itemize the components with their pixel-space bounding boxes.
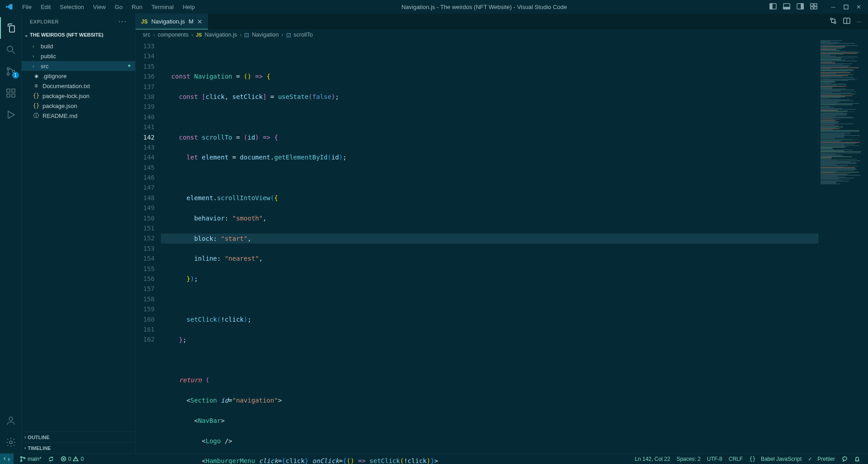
minimap[interactable] [818,40,868,453]
tab-navigation-js[interactable]: JS Navigation.js M ✕ [136,14,208,29]
breadcrumb-components[interactable]: components [158,32,189,38]
folder-public[interactable]: ›public [22,51,135,61]
svg-rect-3 [783,7,790,9]
file-documentation[interactable]: ≡Documentation.txt [22,81,135,91]
sidebar-title-label: EXPLORER [30,19,59,24]
js-file-icon: JS [141,19,148,25]
svg-point-14 [7,73,9,75]
menu-go[interactable]: Go [111,2,127,12]
svg-rect-8 [811,7,813,9]
more-actions-icon[interactable]: ··· [857,18,862,25]
symbol-icon: ⊡ [244,32,249,38]
split-editor-icon[interactable] [843,18,850,25]
breadcrumb-file[interactable]: Navigation.js [205,32,237,38]
json-file-icon: {} [33,103,40,109]
vscode-logo-icon [4,1,14,12]
close-icon[interactable]: ✕ [855,4,862,10]
problems[interactable]: 0 0 [57,456,87,462]
svg-rect-17 [7,94,10,97]
run-debug-icon[interactable] [0,104,22,126]
file-packagelock[interactable]: {}package-lock.json [22,91,135,101]
menu-run[interactable]: Run [127,2,146,12]
customize-layout-icon[interactable] [810,3,817,11]
sidebar-title: EXPLORER ··· [22,14,135,29]
chevron-right-icon: › [153,32,155,38]
tab-bar: JS Navigation.js M ✕ ··· [136,14,868,29]
editor-group: JS Navigation.js M ✕ ··· src › component… [136,14,868,453]
bell-icon[interactable] [851,456,863,462]
source-control-icon[interactable]: 1 [0,61,22,82]
svg-point-11 [7,46,13,52]
svg-point-22 [830,18,832,20]
svg-rect-9 [814,7,817,9]
project-header[interactable]: ⌄ THE WEIRDOS (NFT WEBSITE) [22,29,135,40]
breadcrumb-scrollto[interactable]: scrollTo [294,32,313,38]
chevron-right-icon: › [240,32,241,38]
account-icon[interactable] [0,410,22,431]
timeline-section[interactable]: ›TIMELINE [22,442,135,453]
breadcrumb-src[interactable]: src [143,32,151,38]
svg-rect-6 [811,4,813,6]
project-name: THE WEIRDOS (NFT WEBSITE) [30,32,104,37]
menu-view[interactable]: View [89,2,110,12]
js-file-icon: JS [196,32,202,37]
svg-rect-1 [770,4,772,9]
json-file-icon: {} [33,93,40,99]
breadcrumb-navigation[interactable]: Navigation [252,32,278,38]
folder-src[interactable]: ›src• [22,61,135,71]
text-file-icon: ≡ [33,83,40,89]
symbol-icon: ⊡ [286,32,291,38]
git-file-icon: ◈ [33,73,40,79]
sidebar-more-icon[interactable]: ··· [118,18,127,26]
feedback-icon[interactable] [838,456,851,462]
file-readme[interactable]: ⓘREADME.md [22,111,135,121]
file-tree: ›build ›public ›src• ◈.gitignore ≡Docume… [22,40,135,122]
chevron-right-icon: › [191,32,193,38]
svg-point-13 [7,68,9,70]
svg-rect-16 [7,89,10,92]
chevron-right-icon: › [281,32,283,38]
extensions-icon[interactable] [0,82,22,104]
editor-body[interactable]: 1331341351361371381391401411421431441451… [136,40,868,453]
file-packagejson[interactable]: {}package.json [22,101,135,111]
settings-gear-icon[interactable] [0,431,22,453]
svg-rect-19 [12,89,15,92]
file-gitignore[interactable]: ◈.gitignore [22,71,135,81]
svg-rect-10 [844,5,848,9]
toggle-panel-left-icon[interactable] [769,3,777,11]
info-file-icon: ⓘ [33,112,40,120]
chevron-down-icon: ⌄ [24,33,28,37]
svg-rect-5 [801,4,803,9]
line-number-gutter: 1331341351361371381391401411421431441451… [136,40,161,453]
svg-point-28 [24,457,25,459]
titlebar: File Edit Selection View Go Run Terminal… [0,0,868,14]
svg-point-20 [9,417,13,421]
remote-indicator-icon[interactable] [0,454,14,464]
search-icon[interactable] [0,39,22,61]
toggle-panel-bottom-icon[interactable] [783,3,790,11]
outline-section[interactable]: ›OUTLINE [22,431,135,442]
menu-help[interactable]: Help [179,2,199,12]
breadcrumbs[interactable]: src › components › JS Navigation.js › ⊡ … [136,29,868,40]
menu-file[interactable]: File [18,2,36,12]
folder-build[interactable]: ›build [22,41,135,51]
menu-terminal[interactable]: Terminal [147,2,178,12]
svg-rect-18 [12,94,15,97]
svg-point-23 [834,22,836,23]
svg-point-27 [21,460,22,461]
explorer-icon[interactable] [0,17,22,39]
code-content[interactable]: const Navigation = () => { const [click,… [161,40,818,453]
minimize-icon[interactable]: ─ [830,4,836,10]
window-title: Navigation.js - The weirdos (NFT Website… [199,4,769,10]
compare-changes-icon[interactable] [830,17,837,26]
chevron-right-icon: › [24,445,26,450]
git-branch[interactable]: main* [16,456,45,462]
menu-selection[interactable]: Selection [56,2,88,12]
toggle-panel-right-icon[interactable] [797,3,804,11]
menu-edit[interactable]: Edit [37,2,55,12]
svg-point-21 [9,441,12,444]
tab-close-icon[interactable]: ✕ [197,18,203,25]
sync-icon[interactable] [45,456,57,462]
maximize-icon[interactable] [843,4,849,10]
activitybar: 1 [0,14,22,453]
